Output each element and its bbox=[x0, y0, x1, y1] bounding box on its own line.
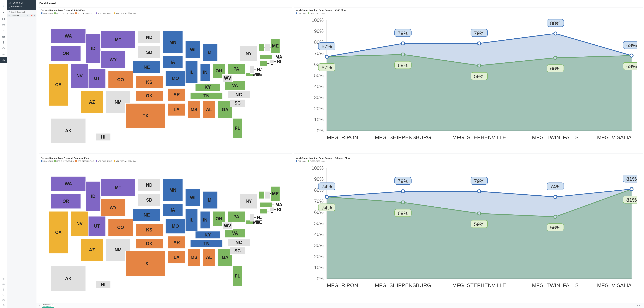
legend-item[interactable]: MFG_VISALIA bbox=[114, 12, 126, 14]
svg-rect-178 bbox=[101, 199, 126, 216]
svg-rect-176 bbox=[101, 179, 136, 196]
svg-rect-170 bbox=[48, 211, 68, 254]
nav-help-icon[interactable] bbox=[2, 297, 5, 303]
legend-item[interactable]: PASTEURIZE_Lines bbox=[308, 12, 324, 14]
legend-item[interactable]: MFG_SHIPPENSBURG bbox=[54, 160, 74, 162]
svg-rect-246 bbox=[230, 247, 245, 255]
legend-item[interactable]: MFG_VISALIA bbox=[114, 160, 126, 162]
nav-package-icon[interactable] bbox=[2, 282, 5, 287]
svg-point-142 bbox=[401, 42, 404, 45]
svg-text:100%: 100% bbox=[312, 165, 324, 171]
copy-icon[interactable]: ❐ bbox=[29, 15, 30, 17]
svg-rect-80 bbox=[222, 74, 232, 82]
svg-text:MFG_VISALIA: MFG_VISALIA bbox=[597, 134, 632, 140]
legend-item[interactable]: No Data bbox=[128, 12, 136, 14]
svg-rect-180 bbox=[88, 216, 106, 236]
search-input[interactable] bbox=[11, 11, 35, 13]
nav-table-icon[interactable] bbox=[0, 34, 7, 40]
tab-prev-icon[interactable]: ◀ bbox=[637, 304, 638, 306]
legend-item[interactable]: MFG_STEPHENVILLE bbox=[76, 12, 94, 14]
legend-item[interactable]: FILL_Lines bbox=[296, 160, 306, 162]
svg-text:0%: 0% bbox=[317, 276, 324, 281]
svg-text:RI: RI bbox=[277, 207, 282, 212]
svg-text:56%: 56% bbox=[550, 225, 560, 230]
bar-chart-icon bbox=[43, 305, 45, 307]
collapse-tabs-button[interactable]: ⧉ bbox=[38, 304, 41, 307]
svg-rect-212 bbox=[185, 209, 198, 231]
legend-item[interactable]: MFG_STEPHENVILLE bbox=[76, 160, 94, 162]
svg-text:88%: 88% bbox=[550, 20, 560, 26]
svg-text:81%: 81% bbox=[626, 176, 637, 182]
svg-rect-18 bbox=[86, 34, 101, 63]
svg-rect-58 bbox=[203, 44, 218, 61]
pin-icon[interactable]: 📌 bbox=[31, 15, 33, 17]
nav-refresh-icon[interactable] bbox=[2, 292, 5, 297]
nav-play-icon[interactable] bbox=[0, 22, 7, 28]
svg-text:59%: 59% bbox=[474, 73, 484, 79]
legend-item[interactable]: MFG_TWIN_FALLS bbox=[96, 12, 112, 14]
nav-info-icon[interactable] bbox=[2, 276, 5, 282]
svg-rect-204 bbox=[166, 219, 185, 234]
panel-legend: FILL_LinesPASTEURIZE_Lines bbox=[296, 160, 641, 162]
delete-icon[interactable]: 🗑 bbox=[34, 15, 35, 17]
svg-rect-192 bbox=[133, 209, 160, 221]
legend-item[interactable]: MFG_SHIPPENSBURG bbox=[54, 12, 74, 14]
svg-text:MA: MA bbox=[275, 202, 282, 207]
legend-item[interactable]: MFG_RIPON bbox=[41, 160, 52, 162]
svg-rect-28 bbox=[108, 71, 133, 88]
nav-lock-icon[interactable] bbox=[2, 287, 5, 292]
nav-gauge-icon[interactable] bbox=[0, 51, 7, 57]
svg-text:0%: 0% bbox=[317, 128, 324, 133]
page-menu-icon[interactable]: ⋮ bbox=[638, 2, 641, 5]
us-map-chart[interactable]: WAORCANVIDMTWYUTAZCONMNDSDNEKSOKTXMNIAMO… bbox=[41, 19, 290, 148]
tab-subtitle: Custom BI bbox=[43, 305, 51, 307]
panel-title: Service Region_Base Demand_AS-IS Flow bbox=[41, 9, 290, 12]
legend-item[interactable]: FILL_Lines bbox=[296, 12, 306, 14]
nav-menu-icon[interactable] bbox=[0, 10, 7, 16]
area-chart[interactable]: 0%10%20%30%40%50%60%70%80%90%100%MFG_RIP… bbox=[300, 163, 637, 300]
svg-text:70%: 70% bbox=[314, 51, 324, 56]
svg-text:10%: 10% bbox=[314, 117, 324, 122]
svg-point-144 bbox=[554, 32, 557, 35]
page-title: Dashboard bbox=[39, 2, 56, 5]
tab-dashboard[interactable]: Dashboard Custom BI × bbox=[42, 303, 54, 308]
svg-text:67%: 67% bbox=[322, 44, 332, 49]
svg-rect-20 bbox=[101, 31, 136, 49]
tab-next-icon[interactable]: ▶ bbox=[639, 304, 640, 306]
area-chart[interactable]: 0%10%20%30%40%50%60%70%80%90%100%MFG_RIP… bbox=[300, 15, 637, 152]
svg-rect-94 bbox=[259, 44, 264, 51]
svg-rect-174 bbox=[86, 181, 101, 211]
sidebar: Custom BI New Dashboard Dashboard ✎ ❐ 📌 … bbox=[7, 0, 36, 308]
svg-text:59%: 59% bbox=[474, 221, 484, 227]
svg-rect-248 bbox=[240, 194, 258, 209]
svg-text:69%: 69% bbox=[398, 210, 408, 216]
svg-rect-214 bbox=[203, 191, 218, 209]
svg-rect-44 bbox=[163, 31, 183, 54]
svg-rect-272 bbox=[96, 281, 111, 288]
nav-chart-icon[interactable] bbox=[0, 16, 7, 22]
svg-rect-232 bbox=[228, 211, 245, 222]
panel-workcenter-balanced: WorkCenter Loading_Base Demand_Balanced … bbox=[294, 155, 644, 301]
nav-explore-icon[interactable] bbox=[0, 28, 7, 34]
panel-legend: MFG_RIPONMFG_SHIPPENSBURGMFG_STEPHENVILL… bbox=[41, 160, 290, 162]
us-map-chart[interactable]: WAORCANVIDMTWYUTAZCONMNDSDNEKSOKTXMNIAMO… bbox=[41, 166, 290, 296]
svg-rect-97 bbox=[265, 44, 270, 51]
legend-item[interactable]: MFG_TWIN_FALLS bbox=[96, 160, 112, 162]
nav-clipboard-icon[interactable] bbox=[0, 40, 7, 45]
close-tab-icon[interactable]: × bbox=[52, 303, 53, 305]
tab-scroll-up-icon[interactable]: ▲ bbox=[641, 304, 643, 306]
nav-logout-icon[interactable] bbox=[2, 303, 5, 308]
tree-item-dashboard[interactable]: Dashboard ✎ ❐ 📌 🗑 bbox=[7, 14, 36, 17]
svg-rect-42 bbox=[126, 103, 166, 128]
legend-item[interactable]: No Data bbox=[128, 160, 136, 162]
search-dashboard[interactable] bbox=[7, 10, 36, 14]
sidebar-header: Custom BI New Dashboard bbox=[7, 0, 36, 10]
nav-custom-bi-icon[interactable] bbox=[0, 57, 7, 63]
svg-rect-244 bbox=[228, 239, 250, 246]
nav-calendar-icon[interactable] bbox=[0, 45, 7, 51]
legend-item[interactable]: MFG_RIPON bbox=[41, 12, 52, 14]
edit-icon[interactable]: ✎ bbox=[27, 15, 28, 17]
legend-item[interactable]: PASTEURIZE_Lines bbox=[308, 160, 324, 162]
svg-point-300 bbox=[554, 195, 557, 199]
new-dashboard-button[interactable]: New Dashboard bbox=[9, 5, 24, 8]
